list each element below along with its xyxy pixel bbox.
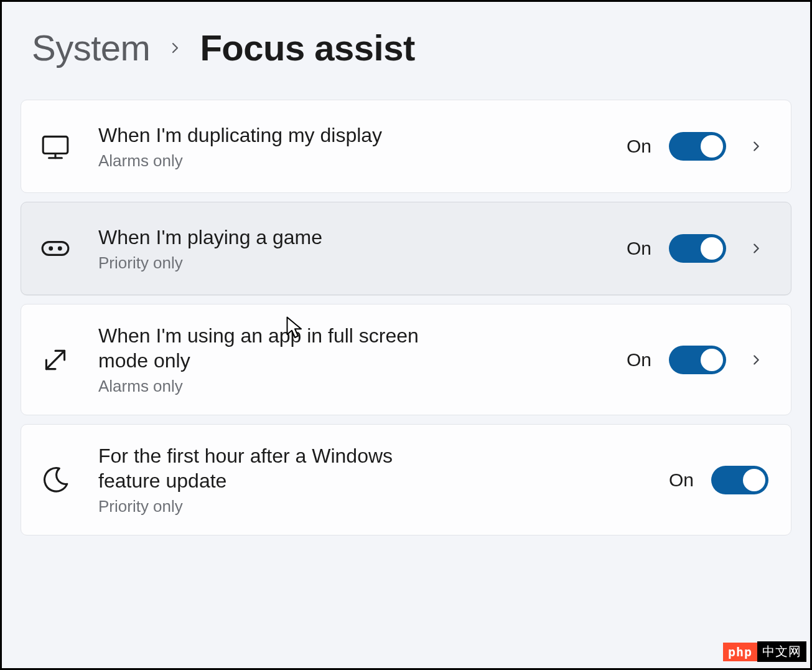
setting-row-text: When I'm duplicating my display Alarms o… [98,123,447,171]
setting-row-text: When I'm using an app in full screen mod… [98,323,447,396]
setting-row-controls: On [669,466,768,494]
setting-title: When I'm duplicating my display [98,123,447,148]
fullscreen-arrow-icon [39,343,72,377]
settings-window: System Focus assist When I'm duplicating… [0,0,812,670]
setting-subtitle: Priority only [98,253,447,273]
setting-row-controls: On [627,346,768,374]
setting-subtitle: Alarms only [98,377,447,396]
toggle-state-label: On [627,238,651,259]
svg-rect-0 [43,136,68,153]
svg-rect-3 [42,242,68,255]
setting-row-after-update[interactable]: For the first hour after a Windows featu… [21,424,791,536]
svg-point-5 [58,247,61,250]
setting-title: When I'm playing a game [98,225,447,250]
settings-list: When I'm duplicating my display Alarms o… [21,100,791,536]
expand-chevron-icon[interactable] [744,242,768,255]
svg-point-4 [50,247,52,250]
setting-row-text: When I'm playing a game Priority only [98,225,447,273]
toggle-switch[interactable] [669,346,726,374]
gamepad-icon [39,232,72,265]
toggle-state-label: On [627,349,651,370]
setting-row-controls: On [627,234,768,263]
breadcrumb-parent[interactable]: System [32,27,150,68]
breadcrumb: System Focus assist [32,27,791,68]
svg-line-6 [46,351,64,369]
toggle-switch[interactable] [711,466,768,494]
setting-subtitle: Alarms only [98,151,447,171]
watermark: php 中文网 [723,641,806,662]
watermark-right: 中文网 [757,641,806,662]
setting-title: For the first hour after a Windows featu… [98,443,447,493]
chevron-right-icon [167,40,182,55]
toggle-state-label: On [627,136,651,157]
setting-row-fullscreen-app[interactable]: When I'm using an app in full screen mod… [21,304,791,415]
toggle-switch[interactable] [669,132,726,161]
setting-row-duplicating-display[interactable]: When I'm duplicating my display Alarms o… [21,100,791,193]
setting-subtitle: Priority only [98,497,447,516]
expand-chevron-icon[interactable] [744,139,768,153]
setting-row-text: For the first hour after a Windows featu… [98,443,447,516]
moon-icon [39,463,72,497]
page-title: Focus assist [200,27,414,68]
monitor-icon [39,130,72,163]
setting-title: When I'm using an app in full screen mod… [98,323,447,373]
toggle-switch[interactable] [669,234,726,263]
watermark-left: php [723,643,757,661]
expand-chevron-icon[interactable] [744,353,768,367]
setting-row-playing-game[interactable]: When I'm playing a game Priority only On [21,202,791,295]
toggle-state-label: On [669,469,694,491]
setting-row-controls: On [627,132,768,161]
